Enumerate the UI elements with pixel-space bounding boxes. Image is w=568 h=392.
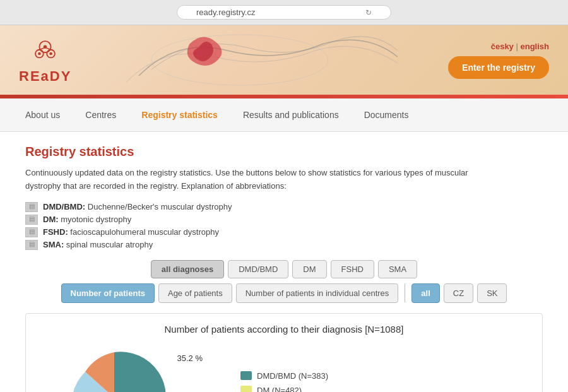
abbrev-icon-dmd: ▤ (25, 202, 38, 212)
reload-icon[interactable]: ↻ (365, 8, 372, 17)
header-image (101, 25, 404, 95)
filter-divider (405, 283, 405, 302)
view-filter-row: Number of patients Age of patients Numbe… (25, 283, 543, 303)
nav-item-results-publications[interactable]: Results and publications (230, 98, 352, 131)
legend-label-dmd: DMD/BMD (N=383) (257, 371, 328, 381)
nav-list: About us Centres Registry statistics Res… (13, 98, 555, 131)
abbrev-key-dm: DM: myotonic dystrophy (43, 215, 131, 224)
legend-label-dm: DM (N=482) (257, 386, 302, 392)
main-nav: About us Centres Registry statistics Res… (0, 98, 568, 132)
region-all[interactable]: all (411, 283, 439, 303)
nav-item-about-us[interactable]: About us (13, 98, 73, 131)
nav-item-registry-statistics[interactable]: Registry statistics (129, 98, 230, 131)
abbrev-icon-sma: ▤ (25, 240, 38, 250)
abbreviations-list: ▤ DMD/BMD: Duchenne/Becker's muscular dy… (25, 202, 543, 250)
region-sk[interactable]: SK (477, 283, 507, 303)
page-title: Registry statistics (25, 145, 543, 159)
filter-all-diagnoses[interactable]: all diagnoses (151, 260, 224, 278)
filter-fshd[interactable]: FSHD (331, 260, 374, 278)
chart-body: 35.2 % DMD/BMD (N=383) (38, 347, 530, 392)
filter-dmd-bmd[interactable]: DMD/BMD (228, 260, 288, 278)
nav-item-documents[interactable]: Documents (352, 98, 422, 131)
abbrev-key-fshd: FSHD: facioscapulohumeral muscular dystr… (43, 227, 219, 237)
svg-point-5 (50, 52, 53, 56)
content-area: Registry statistics Continuously updated… (0, 132, 568, 392)
header-right: česky | english Enter the registry (448, 42, 549, 79)
chart-title: Number of patients according to their di… (38, 324, 530, 335)
chart-legend: DMD/BMD (N=383) DM (N=482) SMA (N=112) F… (240, 371, 328, 392)
url-text: ready.registry.cz (196, 8, 255, 17)
pie-chart-wrapper: 35.2 % (38, 347, 215, 392)
header-decoration (101, 25, 404, 95)
lang-czech[interactable]: česky (491, 42, 514, 51)
view-number-patients[interactable]: Number of patients (61, 283, 155, 303)
logo-prefix: RE (19, 68, 41, 84)
pie-chart-svg (38, 347, 190, 392)
svg-point-8 (151, 35, 328, 85)
logo-suffix: DY (50, 68, 72, 84)
browser-chrome: ready.registry.cz ↻ (0, 0, 568, 25)
abbrev-key-sma: SMA: spinal muscular atrophy (43, 240, 153, 249)
page-description: Continuously updated data on the registr… (25, 167, 499, 193)
lang-switcher: česky | english (491, 42, 549, 51)
abbrev-key-dmd: DMD/BMD: Duchenne/Becker's muscular dyst… (43, 202, 232, 211)
abbrev-dmd-bmd: ▤ DMD/BMD: Duchenne/Becker's muscular dy… (25, 202, 543, 212)
logo-text: REaDY (19, 68, 71, 85)
logo-a: a (41, 68, 50, 84)
legend-dmd-bmd: DMD/BMD (N=383) (240, 371, 328, 381)
legend-color-dmd (240, 371, 252, 380)
site-header: REaDY česky | english Enter the registry (0, 25, 568, 95)
abbrev-icon-dm: ▤ (25, 215, 38, 225)
enter-registry-button[interactable]: Enter the registry (448, 56, 549, 79)
lang-english[interactable]: english (520, 42, 549, 51)
diagnosis-filter-row: all diagnoses DMD/BMD DM FSHD SMA (25, 260, 543, 278)
region-cz[interactable]: CZ (444, 283, 473, 303)
pie-label-35: 35.2 % (177, 353, 203, 363)
svg-point-4 (38, 52, 41, 56)
abbrev-fshd: ▤ FSHD: facioscapulohumeral muscular dys… (25, 227, 543, 237)
logo-area: REaDY (19, 35, 71, 85)
legend-color-dm (240, 386, 252, 392)
abbrev-icon-fshd: ▤ (25, 227, 38, 237)
abbrev-sma: ▤ SMA: spinal muscular atrophy (25, 240, 543, 250)
address-bar[interactable]: ready.registry.cz ↻ (177, 5, 391, 20)
view-number-individual[interactable]: Number of patients in individual centres (236, 283, 399, 303)
chart-container: Number of patients according to their di… (25, 313, 543, 392)
view-age-patients[interactable]: Age of patients (158, 283, 232, 303)
filter-sma[interactable]: SMA (378, 260, 417, 278)
filter-dm[interactable]: DM (292, 260, 326, 278)
logo-svg (28, 35, 62, 67)
legend-dm: DM (N=482) (240, 386, 328, 392)
abbrev-dm: ▤ DM: myotonic dystrophy (25, 215, 543, 225)
nav-item-centres[interactable]: Centres (73, 98, 129, 131)
